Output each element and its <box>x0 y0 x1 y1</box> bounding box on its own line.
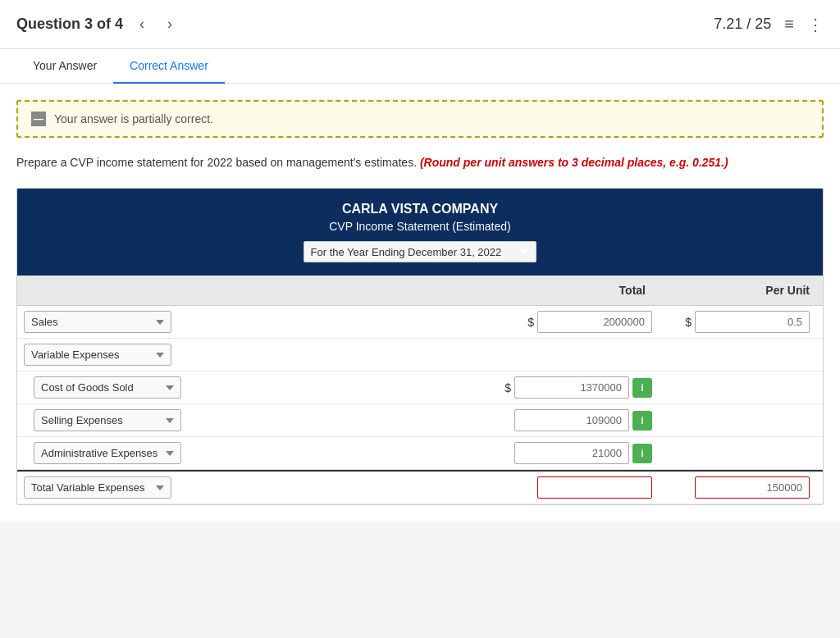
admin-left: Administrative Expenses <box>34 442 488 464</box>
question-title: Question 3 of 4 <box>16 16 123 33</box>
total-variable-total-cell <box>488 476 652 499</box>
main-content: Your Answer Correct Answer — Your answer… <box>0 49 840 522</box>
admin-expenses-row: Administrative Expenses i <box>17 437 823 470</box>
sales-total-cell: $ <box>488 311 652 333</box>
list-icon[interactable]: ≡ <box>784 15 794 34</box>
admin-info-button[interactable]: i <box>632 444 652 463</box>
total-variable-left: Total Variable Expenses <box>24 476 488 499</box>
col-header-total: Total <box>495 276 659 305</box>
selling-left: Selling Expenses <box>34 409 488 431</box>
admin-total-input[interactable] <box>514 442 629 464</box>
partial-correct-banner: — Your answer is partially correct. <box>16 100 824 138</box>
sales-dollar-sign: $ <box>527 316 534 329</box>
instruction-text: Prepare a CVP income statement for 2022 … <box>16 154 824 171</box>
variable-expenses-header-row: Variable Expenses <box>17 339 823 371</box>
cogs-info-button[interactable]: i <box>632 378 652 398</box>
sales-row-left: Sales <box>24 311 488 333</box>
prev-button[interactable]: ‹ <box>133 12 151 36</box>
date-select-wrapper[interactable]: For the Year Ending December 31, 2022 ▼ <box>304 241 537 262</box>
total-variable-unit-cell <box>652 476 816 499</box>
instruction-main: Prepare a CVP income statement for 2022 … <box>16 156 417 169</box>
sales-unit-dollar: $ <box>685 316 692 329</box>
variable-expenses-left: Variable Expenses <box>24 344 488 366</box>
col-header-empty <box>17 276 495 305</box>
header-right: 7.21 / 25 ≡ ⋮ <box>714 15 824 34</box>
sales-unit-input[interactable] <box>695 311 810 333</box>
selling-total-cell: i <box>488 409 652 431</box>
col-header-per-unit: Per Unit <box>659 276 823 305</box>
table-header: CARLA VISTA COMPANY CVP Income Statement… <box>17 189 823 276</box>
instruction-highlight: (Round per unit answers to 3 decimal pla… <box>420 156 728 169</box>
admin-expenses-dropdown[interactable]: Administrative Expenses <box>34 442 181 464</box>
tab-your-answer[interactable]: Your Answer <box>16 49 113 84</box>
selling-info-button[interactable]: i <box>632 411 652 431</box>
content-area: — Your answer is partially correct. Prep… <box>0 84 840 522</box>
selling-expenses-dropdown[interactable]: Selling Expenses <box>34 409 181 431</box>
next-button[interactable]: › <box>161 12 179 36</box>
variable-expenses-dropdown[interactable]: Variable Expenses <box>24 344 171 366</box>
cogs-row: Cost of Goods Sold $ i <box>17 371 823 404</box>
total-variable-row: Total Variable Expenses <box>17 470 823 504</box>
cvp-table: CARLA VISTA COMPANY CVP Income Statement… <box>16 188 824 505</box>
statement-name: CVP Income Statement (Estimated) <box>30 220 810 233</box>
cogs-dropdown[interactable]: Cost of Goods Sold <box>34 376 181 399</box>
selling-total-input[interactable] <box>514 409 629 431</box>
total-variable-dropdown[interactable]: Total Variable Expenses <box>24 476 171 499</box>
tabs-container: Your Answer Correct Answer <box>0 49 840 84</box>
date-select[interactable]: For the Year Ending December 31, 2022 <box>311 246 518 258</box>
more-icon[interactable]: ⋮ <box>807 15 824 34</box>
total-variable-unit-input[interactable] <box>695 476 810 499</box>
admin-total-cell: i <box>488 442 652 464</box>
header-left: Question 3 of 4 ‹ › <box>16 12 179 36</box>
cogs-left: Cost of Goods Sold <box>34 376 488 399</box>
total-variable-total-input[interactable] <box>537 476 652 499</box>
score-display: 7.21 / 25 <box>714 16 771 33</box>
cogs-dollar: $ <box>504 381 511 394</box>
sales-total-input[interactable] <box>537 311 652 333</box>
cogs-total-input[interactable] <box>514 376 629 399</box>
minus-icon: — <box>31 112 46 126</box>
column-headers: Total Per Unit <box>17 276 823 306</box>
cogs-total-cell: $ i <box>488 376 652 399</box>
sales-unit-cell: $ <box>652 311 816 333</box>
selling-expenses-row: Selling Expenses i <box>17 404 823 437</box>
sales-row: Sales $ $ <box>17 306 823 339</box>
chevron-down-icon: ▼ <box>518 245 530 258</box>
banner-text: Your answer is partially correct. <box>54 112 213 125</box>
tab-correct-answer[interactable]: Correct Answer <box>113 49 225 84</box>
company-name: CARLA VISTA COMPANY <box>30 202 810 216</box>
header-bar: Question 3 of 4 ‹ › 7.21 / 25 ≡ ⋮ <box>0 0 840 49</box>
sales-dropdown[interactable]: Sales <box>24 311 171 333</box>
